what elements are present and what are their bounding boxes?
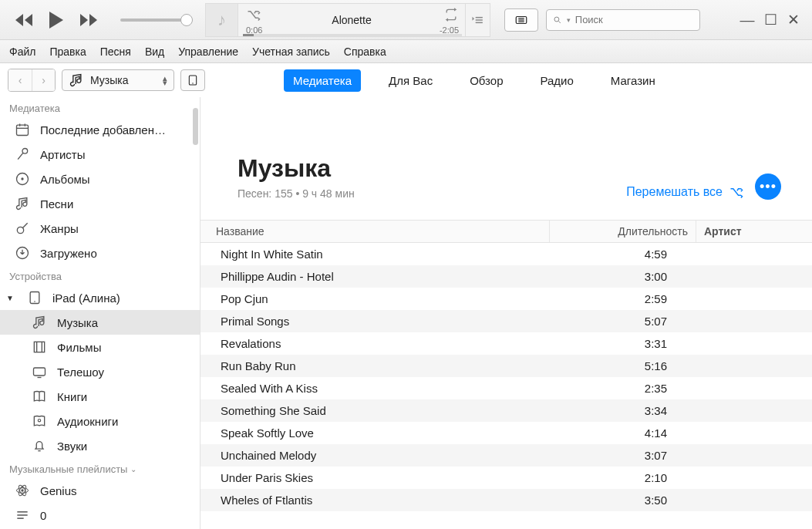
song-name: Under Paris Skies bbox=[200, 467, 550, 489]
tab-Магазин[interactable]: Магазин bbox=[601, 69, 665, 92]
sidebar-section-devices: Устройства bbox=[0, 265, 200, 285]
volume-slider[interactable] bbox=[120, 19, 187, 22]
sidebar-item[interactable]: Последние добавлен… bbox=[0, 117, 200, 142]
song-duration: 4:14 bbox=[550, 422, 696, 444]
minimize-button[interactable]: — bbox=[740, 12, 755, 29]
scrollbar-thumb[interactable] bbox=[193, 108, 198, 145]
view-mode-button[interactable] bbox=[504, 8, 538, 32]
song-row[interactable]: Speak Softly Love4:14 bbox=[200, 422, 812, 444]
sidebar-item[interactable]: Артисты bbox=[0, 142, 200, 167]
tab-Обзор[interactable]: Обзор bbox=[460, 69, 512, 92]
sidebar-item-label: Последние добавлен… bbox=[40, 123, 166, 136]
tab-Радио[interactable]: Радио bbox=[531, 69, 583, 92]
sidebar-item[interactable]: Песни bbox=[0, 191, 200, 216]
col-duration[interactable]: Длительность bbox=[550, 221, 696, 242]
maximize-button[interactable]: ☐ bbox=[763, 11, 778, 29]
download-icon bbox=[14, 245, 31, 261]
music-note-icon bbox=[69, 72, 84, 88]
menu-Песня[interactable]: Песня bbox=[100, 45, 131, 58]
device-label: iPad (Алина) bbox=[52, 291, 120, 305]
col-name[interactable]: Название bbox=[200, 221, 550, 242]
search-input[interactable] bbox=[575, 14, 693, 25]
sidebar-item-label: Жанры bbox=[40, 222, 79, 235]
sidebar-item[interactable]: Книги bbox=[0, 384, 200, 409]
page-subtitle: Песен: 155 • 9 ч 48 мин bbox=[238, 187, 355, 200]
menu-Справка[interactable]: Справка bbox=[344, 45, 386, 58]
song-row[interactable]: Pop Cjun2:59 bbox=[200, 288, 812, 310]
menu-Правка[interactable]: Правка bbox=[49, 45, 86, 58]
nav-forward-button[interactable]: › bbox=[32, 69, 55, 91]
now-playing-title: Alonette bbox=[244, 14, 459, 26]
tab-Для Вас[interactable]: Для Вас bbox=[379, 69, 442, 92]
album-icon bbox=[14, 171, 31, 187]
calendar-icon bbox=[14, 122, 31, 137]
note-icon bbox=[14, 196, 31, 211]
song-row[interactable]: Unchained Melody3:07 bbox=[200, 444, 812, 467]
library-picker[interactable]: Музыка ▴▾ bbox=[62, 69, 174, 91]
song-row[interactable]: Run Baby Run5:16 bbox=[200, 355, 812, 377]
sidebar-item-label: Музыка bbox=[57, 316, 98, 329]
main-content: Музыка Песен: 155 • 9 ч 48 мин Перемешат… bbox=[200, 97, 812, 529]
song-row[interactable]: Night In White Satin4:59 bbox=[200, 243, 812, 265]
song-row[interactable]: Revalations3:31 bbox=[200, 332, 812, 355]
song-duration: 3:00 bbox=[550, 265, 696, 288]
sidebar-item[interactable]: Фильмы bbox=[0, 335, 200, 359]
disclosure-triangle-icon[interactable]: ▼ bbox=[6, 294, 14, 302]
sidebar-item[interactable]: 0 bbox=[0, 503, 200, 527]
song-artist bbox=[696, 377, 812, 399]
tab-Медиатека[interactable]: Медиатека bbox=[284, 69, 361, 92]
menu-bar: ФайлПравкаПесняВидУправлениеУчетная запи… bbox=[0, 40, 812, 63]
library-picker-label: Музыка bbox=[90, 74, 129, 86]
sub-toolbar: ‹ › Музыка ▴▾ МедиатекаДля ВасОбзорРадио… bbox=[0, 63, 812, 97]
sidebar-item[interactable]: Жанры bbox=[0, 216, 200, 241]
song-name: Revalations bbox=[200, 332, 550, 355]
menu-Учетная запись[interactable]: Учетная запись bbox=[252, 45, 330, 58]
play-button[interactable] bbox=[48, 10, 65, 30]
chevron-down-icon[interactable]: ⌄ bbox=[130, 465, 136, 473]
song-row[interactable]: Under Paris Skies2:10 bbox=[200, 467, 812, 489]
sidebar-item[interactable]: Альбомы bbox=[0, 167, 200, 191]
nav-back-button[interactable]: ‹ bbox=[8, 69, 32, 91]
sidebar-item[interactable]: Телешоу bbox=[0, 359, 200, 384]
audiobook-icon bbox=[31, 413, 48, 429]
up-next-icon[interactable] bbox=[465, 4, 490, 36]
close-button[interactable]: ✕ bbox=[786, 11, 801, 29]
sidebar-item[interactable]: Загружено bbox=[0, 241, 200, 265]
prev-button[interactable] bbox=[14, 12, 34, 28]
col-artist[interactable]: Артист bbox=[696, 221, 812, 242]
search-field[interactable]: ▾ bbox=[546, 9, 700, 31]
sidebar-section-playlists: Музыкальные плейлисты ⌄ bbox=[0, 458, 200, 478]
song-row[interactable]: Something She Said3:34 bbox=[200, 399, 812, 422]
shuffle-icon[interactable] bbox=[246, 7, 261, 22]
repeat-icon[interactable] bbox=[443, 7, 459, 22]
device-button[interactable] bbox=[180, 69, 205, 91]
song-row[interactable]: Primal Songs5:07 bbox=[200, 310, 812, 332]
bell-icon bbox=[31, 438, 48, 453]
sidebar-device[interactable]: ▼ iPad (Алина) bbox=[0, 285, 200, 310]
menu-Управление[interactable]: Управление bbox=[178, 45, 238, 58]
song-artist bbox=[696, 310, 812, 332]
song-row[interactable]: Sealed With A Kiss2:35 bbox=[200, 377, 812, 399]
sidebar-item[interactable]: Genius bbox=[0, 478, 200, 503]
next-button[interactable] bbox=[79, 12, 99, 28]
tv-icon bbox=[31, 364, 48, 379]
menu-Вид[interactable]: Вид bbox=[145, 45, 164, 58]
sidebar-item[interactable]: Звуки bbox=[0, 433, 200, 458]
sidebar-item-label: Аудиокниги bbox=[57, 415, 118, 428]
song-duration: 2:10 bbox=[550, 467, 696, 489]
progress-bar[interactable] bbox=[243, 34, 462, 36]
main-tabs: МедиатекаДля ВасОбзорРадиоМагазин bbox=[213, 69, 665, 92]
updown-icon: ▴▾ bbox=[163, 76, 167, 85]
sidebar-item-label: Телешоу bbox=[57, 366, 104, 379]
sidebar-item[interactable]: Аудиокниги bbox=[0, 409, 200, 433]
song-duration: 3:07 bbox=[550, 444, 696, 467]
song-row[interactable]: Wheles of Ftlantis3:50 bbox=[200, 489, 812, 511]
svg-line-37 bbox=[558, 21, 560, 22]
menu-Файл[interactable]: Файл bbox=[9, 45, 35, 58]
sidebar-item[interactable]: Музыка bbox=[0, 310, 200, 335]
shuffle-all-button[interactable]: Перемешать все bbox=[626, 184, 744, 200]
sidebar-item-label: Genius bbox=[40, 484, 77, 497]
song-duration: 5:16 bbox=[550, 355, 696, 377]
song-row[interactable]: Phillippe Audin - Hotel3:00 bbox=[200, 265, 812, 288]
more-actions-button[interactable]: ••• bbox=[755, 174, 781, 200]
